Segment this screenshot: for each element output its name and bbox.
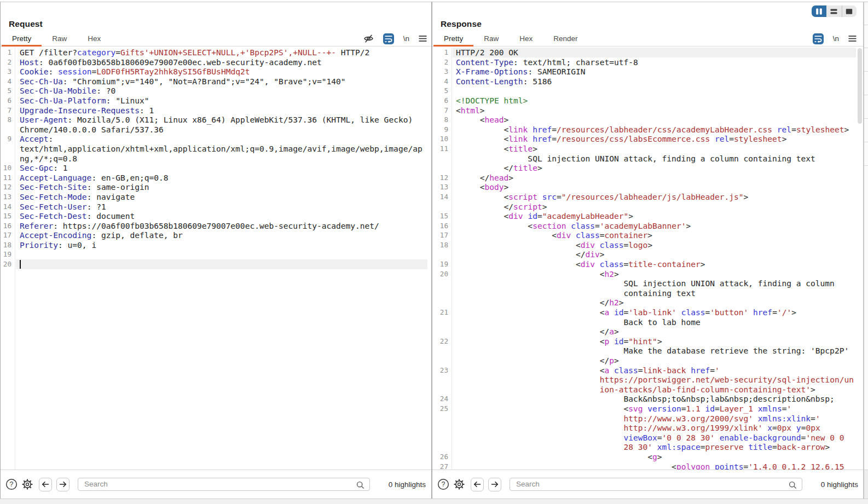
code-row: <p id="hint"> bbox=[456, 337, 854, 346]
search-placeholder: Search bbox=[84, 480, 108, 488]
code-row: Accept: bbox=[20, 134, 423, 144]
line-number: 19 bbox=[432, 259, 448, 269]
line-number bbox=[432, 250, 448, 259]
svg-text:?: ? bbox=[442, 480, 445, 488]
line-number bbox=[432, 442, 448, 452]
line-number: 9 bbox=[432, 125, 448, 135]
code-row bbox=[20, 250, 423, 259]
search-next-button[interactable] bbox=[488, 478, 501, 491]
columns-layout-button[interactable] bbox=[812, 5, 826, 17]
search-help-icon[interactable]: ? bbox=[5, 478, 18, 490]
search-input[interactable]: Search bbox=[510, 478, 802, 491]
search-placeholder: Search bbox=[516, 480, 540, 488]
code-row: <polygon points='1.4,0 0,1.2 12.6,15 bbox=[456, 462, 854, 470]
code-row: Back&nbsp;to&nbsp;lab&nbsp;description&n… bbox=[456, 394, 854, 404]
tab-response-hex[interactable]: Hex bbox=[509, 31, 543, 46]
code-row: Sec-Fetch-Site: same-origin bbox=[20, 182, 423, 192]
line-number: 3 bbox=[1, 67, 11, 77]
code-row: 28 30' xml:space=preserve title=back-arr… bbox=[456, 442, 854, 452]
code-row: ng,*/*;q=0.8 bbox=[20, 154, 423, 164]
search-settings-gear-icon[interactable] bbox=[453, 478, 465, 490]
search-help-icon[interactable]: ? bbox=[437, 478, 449, 490]
word-wrap-icon[interactable] bbox=[383, 33, 394, 44]
code-row: Make the database retrieve the string: '… bbox=[456, 346, 854, 356]
code-row: Sec-Fetch-Dest: document bbox=[20, 211, 423, 221]
hide-matches-eye-icon[interactable] bbox=[363, 33, 374, 44]
search-next-button[interactable] bbox=[56, 478, 70, 491]
code-row: </h2> bbox=[456, 298, 854, 308]
search-input[interactable]: Search bbox=[78, 478, 370, 491]
code-row: Content-Type: text/html; charset=utf-8 bbox=[456, 57, 854, 67]
code-row: Priority: u=0, i bbox=[20, 240, 423, 250]
code-row: <h2> bbox=[456, 269, 854, 279]
search-settings-gear-icon[interactable] bbox=[21, 478, 33, 490]
line-number: 7 bbox=[432, 106, 448, 115]
response-editor[interactable]: 1234567891011121314151617181920212223242… bbox=[432, 47, 864, 470]
line-number bbox=[432, 385, 448, 395]
code-row: viewBox='0 0 28 30' enable-background='n… bbox=[456, 433, 854, 443]
response-gutter: 1234567891011121314151617181920212223242… bbox=[432, 47, 452, 470]
code-row: <script src="/resources/labheader/js/lab… bbox=[456, 192, 854, 202]
tab-response-pretty[interactable]: Pretty bbox=[433, 31, 473, 46]
line-number: 15 bbox=[1, 211, 11, 221]
request-editor[interactable]: 1234567891011121314151617181920 GET /fil… bbox=[1, 47, 431, 470]
menu-icon[interactable] bbox=[419, 35, 427, 42]
line-number: 8 bbox=[1, 115, 11, 125]
code-row: X-Frame-Options: SAMEORIGIN bbox=[456, 67, 854, 77]
line-number bbox=[432, 346, 448, 356]
tab-response-render[interactable]: Render bbox=[543, 31, 588, 46]
code-row: <link href=/resources/labheader/css/acad… bbox=[456, 125, 854, 135]
rows-layout-button[interactable] bbox=[826, 5, 841, 17]
code-row: Sec-Gpc: 1 bbox=[20, 163, 423, 173]
line-number bbox=[432, 154, 448, 164]
line-number: 16 bbox=[432, 221, 448, 231]
code-row: </script> bbox=[456, 202, 854, 212]
code-row: </head> bbox=[456, 173, 854, 183]
newline-chars-icon[interactable]: \n bbox=[833, 34, 839, 43]
newline-chars-icon[interactable]: \n bbox=[403, 34, 409, 43]
tab-request-pretty[interactable]: Pretty bbox=[2, 31, 42, 46]
code-row: Sec-Ch-Ua-Mobile: ?0 bbox=[20, 86, 423, 96]
code-row: <svg version=1.1 id=Layer_1 xmlns=' bbox=[456, 404, 854, 414]
line-number: 13 bbox=[1, 192, 11, 202]
code-row: </title> bbox=[456, 163, 854, 173]
menu-icon[interactable] bbox=[848, 35, 857, 42]
line-number: 9 bbox=[1, 134, 11, 144]
tab-request-raw[interactable]: Raw bbox=[42, 31, 77, 46]
search-prev-button[interactable] bbox=[39, 478, 52, 491]
word-wrap-icon[interactable] bbox=[813, 33, 824, 44]
code-row: Host: 0a6f00fb03b658b180609e79007e00ec.w… bbox=[20, 57, 423, 67]
text-caret bbox=[20, 260, 21, 269]
line-number bbox=[432, 433, 448, 443]
code-row bbox=[20, 259, 423, 269]
line-number bbox=[1, 144, 11, 154]
tab-response-raw[interactable]: Raw bbox=[473, 31, 509, 46]
code-row: Cookie: session=L0DF0fH5RTay2hhk8ySI5GfB… bbox=[20, 67, 423, 77]
line-number: 12 bbox=[432, 173, 448, 183]
line-number: 21 bbox=[432, 308, 448, 317]
code-row: <head> bbox=[456, 115, 854, 125]
single-layout-button[interactable] bbox=[842, 5, 857, 17]
line-number: 27 bbox=[432, 462, 448, 470]
line-number: 18 bbox=[1, 240, 11, 250]
search-prev-button[interactable] bbox=[471, 478, 484, 491]
line-number bbox=[432, 163, 448, 173]
code-row: </div> bbox=[456, 250, 854, 259]
line-number: 24 bbox=[432, 394, 448, 404]
vertical-scrollbar[interactable] bbox=[858, 48, 862, 124]
request-tabbar: Pretty Raw Hex \n bbox=[1, 31, 431, 47]
line-number bbox=[432, 288, 448, 298]
line-number: 8 bbox=[432, 115, 448, 125]
line-number: 19 bbox=[1, 250, 11, 259]
line-number: 5 bbox=[1, 86, 11, 96]
status-strip bbox=[0, 499, 868, 504]
line-number: 26 bbox=[432, 452, 448, 462]
svg-text:?: ? bbox=[10, 480, 14, 488]
tab-request-hex[interactable]: Hex bbox=[77, 31, 111, 46]
inspector-section-divider bbox=[864, 71, 868, 72]
search-magnifier-icon bbox=[788, 480, 797, 492]
line-number bbox=[432, 202, 448, 212]
code-row: Sec-Fetch-User: ?1 bbox=[20, 202, 423, 212]
line-number: 6 bbox=[1, 96, 11, 106]
inspector-collapsed-strip bbox=[864, 2, 868, 470]
